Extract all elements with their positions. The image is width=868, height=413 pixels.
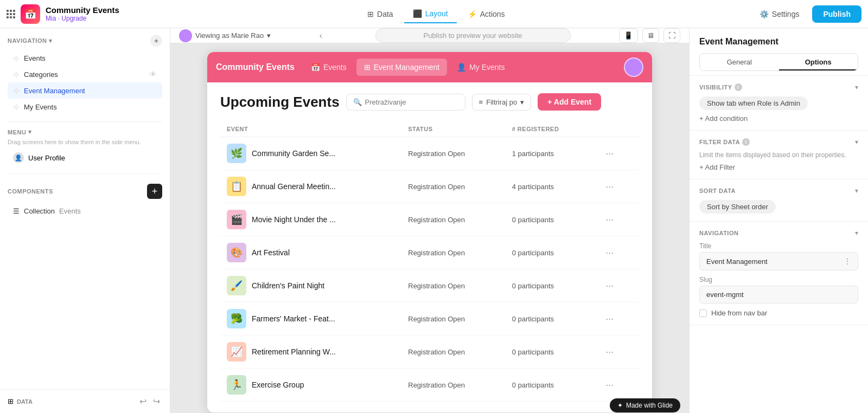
sort-data-section: SORT DATA ▾ Sort by Sheet order bbox=[690, 179, 868, 222]
table-row[interactable]: 🥦 Farmers' Market - Feat... Registration… bbox=[220, 302, 639, 335]
navigation-right-header[interactable]: NAVIGATION ▾ bbox=[699, 229, 858, 237]
table-row[interactable]: 📈 Retirement Planning W... Registration … bbox=[220, 335, 639, 369]
settings-button[interactable]: ⚙️ Settings bbox=[753, 5, 806, 23]
search-input[interactable] bbox=[365, 98, 458, 106]
navigation-section-right: NAVIGATION ▾ Title Event Management ⋮ Sl… bbox=[690, 222, 868, 325]
filter-description: Limit the items displayed based on their… bbox=[699, 151, 858, 159]
event-more-button[interactable]: ··· bbox=[601, 245, 618, 261]
sidebar-item-categories[interactable]: ⊹ Categories 👁 bbox=[8, 66, 162, 82]
components-section: COMPONENTS + ☰ Collection Events bbox=[0, 178, 170, 224]
table-row[interactable]: 🌿 Community Garden Se... Registration Op… bbox=[220, 137, 639, 170]
tab-data[interactable]: ⊞ Data bbox=[359, 5, 402, 23]
left-sidebar: NAVIGATION ▾ + ⊹ Events ⊹ Categories 👁 ⊹… bbox=[0, 28, 170, 413]
app-nav-events[interactable]: 📅 Events bbox=[303, 59, 354, 76]
tab-general[interactable]: General bbox=[700, 54, 779, 70]
chevron-down-icon: ▾ bbox=[855, 229, 858, 237]
col-event: EVENT bbox=[220, 121, 401, 137]
table-row[interactable]: 🏃 Exercise Group Registration Open 0 par… bbox=[220, 369, 639, 402]
filter-data-header[interactable]: FILTER DATA i ▾ bbox=[699, 138, 858, 146]
user-name: Mia · bbox=[46, 15, 61, 22]
event-more[interactable]: ··· bbox=[595, 369, 639, 402]
event-status: Registration Open bbox=[401, 170, 505, 203]
chevron-down-icon: ▾ bbox=[855, 187, 858, 195]
table-row[interactable]: 📋 Annual General Meetin... Registration … bbox=[220, 170, 639, 203]
event-name: Farmers' Market - Feat... bbox=[252, 314, 335, 323]
add-filter-button[interactable]: + Add Filter bbox=[699, 163, 735, 171]
chevron-down-icon: ▾ bbox=[49, 37, 53, 44]
add-event-button[interactable]: + Add Event bbox=[538, 93, 601, 111]
filter-button[interactable]: ≡ Filtriraj po ▾ bbox=[472, 94, 532, 111]
event-registered: 4 participants bbox=[506, 170, 595, 203]
apps-grid-icon[interactable] bbox=[7, 10, 15, 18]
filter-data-section: FILTER DATA i ▾ Limit the items displaye… bbox=[690, 131, 868, 179]
event-name: Exercise Group bbox=[252, 380, 304, 389]
visibility-section-header[interactable]: VISIBILITY i ▾ bbox=[699, 83, 858, 91]
app-nav-event-management[interactable]: ⊞ Event Management bbox=[356, 59, 447, 76]
more-options-icon[interactable]: ⋮ bbox=[844, 257, 851, 266]
menu-subtitle: Drag screens here to show them in the si… bbox=[8, 139, 162, 145]
slug-field-value[interactable]: event-mgmt bbox=[699, 286, 858, 304]
tab-options[interactable]: Options bbox=[779, 54, 858, 70]
sidebar-divider-2 bbox=[8, 173, 162, 174]
publish-button[interactable]: Publish bbox=[812, 5, 861, 23]
collection-events-item[interactable]: ☰ Collection Events bbox=[8, 203, 162, 219]
visibility-condition-badge[interactable]: Show tab when Role is Admin bbox=[699, 96, 808, 110]
event-more-button[interactable]: ··· bbox=[601, 377, 618, 393]
upgrade-link[interactable]: Upgrade bbox=[61, 15, 86, 22]
event-cell: 📈 Retirement Planning W... bbox=[220, 335, 401, 369]
events-table: EVENT STATUS # REGISTERED 🌿 Community Ga… bbox=[220, 121, 639, 402]
made-with-glide-badge: ✦ Made with Glide bbox=[610, 398, 652, 412]
preview-scroll: Community Events 📅 Events ⊞ Event Manage… bbox=[170, 43, 689, 413]
top-bar-center: ⊞ Data ⬛ Layout ⚡ Actions bbox=[359, 5, 514, 23]
table-row[interactable]: 🖌️ Children's Paint Night Registration O… bbox=[220, 269, 639, 302]
sort-data-header[interactable]: SORT DATA ▾ bbox=[699, 187, 858, 195]
sidebar-item-user-profile[interactable]: 👤 User Profile bbox=[8, 149, 162, 167]
preview-url: Publish to preview your website bbox=[375, 28, 571, 43]
table-row[interactable]: 🎬 Movie Night Under the ... Registration… bbox=[220, 203, 639, 236]
event-more[interactable]: ··· bbox=[595, 137, 639, 170]
sidebar-item-events[interactable]: ⊹ Events bbox=[8, 50, 162, 66]
table-icon: ⊞ bbox=[367, 10, 374, 18]
event-more[interactable]: ··· bbox=[595, 335, 639, 369]
event-more[interactable]: ··· bbox=[595, 302, 639, 335]
tab-actions[interactable]: ⚡ Actions bbox=[459, 5, 514, 23]
sort-badge[interactable]: Sort by Sheet order bbox=[699, 200, 776, 214]
mobile-view-button[interactable]: 📱 bbox=[619, 28, 638, 43]
event-more-button[interactable]: ··· bbox=[601, 278, 618, 294]
col-actions bbox=[595, 121, 639, 137]
event-more[interactable]: ··· bbox=[595, 170, 639, 203]
redo-button[interactable]: ↪ bbox=[151, 395, 162, 408]
event-more-button[interactable]: ··· bbox=[601, 212, 618, 228]
undo-button[interactable]: ↩ bbox=[137, 395, 149, 408]
viewing-as[interactable]: Viewing as Marie Rao ▾ bbox=[179, 29, 271, 42]
title-field-value[interactable]: Event Management ⋮ bbox=[699, 252, 858, 270]
event-more[interactable]: ··· bbox=[595, 203, 639, 236]
sidebar-item-my-events[interactable]: ⊹ My Events bbox=[8, 99, 162, 115]
desktop-view-button[interactable]: 🖥 bbox=[642, 28, 659, 43]
event-cell: 🎬 Movie Night Under the ... bbox=[220, 203, 401, 236]
calendar-icon: 📅 bbox=[311, 63, 320, 72]
event-status: Registration Open bbox=[401, 335, 505, 369]
event-more-button[interactable]: ··· bbox=[601, 179, 618, 195]
content-area: Upcoming Events 🔍 ≡ Filtriraj po ▾ + Add… bbox=[207, 82, 652, 412]
table-row[interactable]: 🎨 Art Festival Registration Open 0 parti… bbox=[220, 236, 639, 269]
add-nav-item-button[interactable]: + bbox=[150, 35, 162, 47]
event-more-button[interactable]: ··· bbox=[601, 146, 618, 162]
visibility-icon[interactable]: 👁 bbox=[149, 70, 157, 79]
event-more[interactable]: ··· bbox=[595, 236, 639, 269]
sidebar-item-event-management[interactable]: ⊹ Event Management bbox=[8, 82, 162, 99]
add-condition-button[interactable]: + Add condition bbox=[699, 114, 748, 122]
back-button[interactable]: ‹ bbox=[320, 31, 322, 41]
search-box[interactable]: 🔍 bbox=[346, 94, 465, 111]
app-nav-my-events[interactable]: 👤 My Events bbox=[449, 59, 512, 76]
event-thumbnail: 🏃 bbox=[227, 375, 246, 395]
tab-layout[interactable]: ⬛ Layout bbox=[404, 5, 457, 23]
fullscreen-button[interactable]: ⛶ bbox=[663, 28, 680, 43]
event-more-button[interactable]: ··· bbox=[601, 311, 618, 327]
event-more[interactable]: ··· bbox=[595, 269, 639, 302]
event-thumbnail: 🖌️ bbox=[227, 276, 246, 295]
hide-from-nav-checkbox[interactable] bbox=[699, 309, 707, 317]
add-component-button[interactable]: + bbox=[147, 184, 162, 199]
event-more-button[interactable]: ··· bbox=[601, 344, 618, 360]
chevron-down-icon: ▾ bbox=[520, 98, 524, 106]
